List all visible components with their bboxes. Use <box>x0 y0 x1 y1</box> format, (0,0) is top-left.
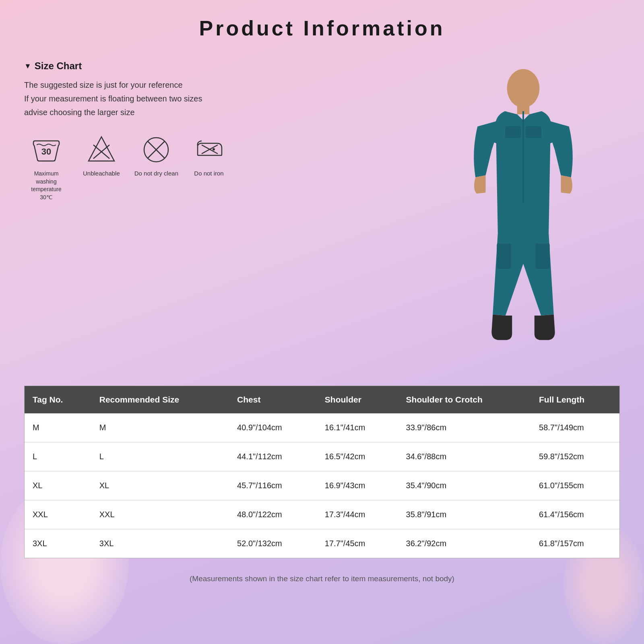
care-icons-row: 30 Maximum washingtemperature 30℃ <box>24 134 274 201</box>
svg-rect-13 <box>526 126 541 138</box>
dry-clean-icon <box>140 134 172 166</box>
care-item-wash: 30 Maximum washingtemperature 30℃ <box>24 134 68 201</box>
wash-icon-label: Maximum washingtemperature 30℃ <box>24 170 68 201</box>
bleach-icon <box>85 134 118 166</box>
table-cell-0-5: 58.7"/149cm <box>531 413 619 442</box>
dry-clean-icon-label: Do not dry clean <box>134 170 178 177</box>
col-header-chest: Chest <box>229 386 317 413</box>
size-info-panel: Size Chart The suggested size is just fo… <box>24 60 274 201</box>
table-row: 3XL3XL52.0"/132cm17.7"/45cm36.2"/92cm61.… <box>25 529 619 558</box>
care-item-dry-clean: Do not dry clean <box>134 134 178 177</box>
iron-icon <box>193 134 225 166</box>
table-cell-0-3: 16.1"/41cm <box>317 413 398 442</box>
svg-text:30: 30 <box>41 147 51 157</box>
top-section: Size Chart The suggested size is just fo… <box>24 60 620 365</box>
svg-marker-1 <box>89 137 114 161</box>
model-figure-svg <box>427 60 620 365</box>
size-chart-table: Tag No. Recommended Size Chest Shoulder … <box>25 386 619 558</box>
svg-rect-15 <box>497 244 511 269</box>
table-cell-2-5: 61.0"/155cm <box>531 471 619 500</box>
table-cell-4-3: 17.7"/45cm <box>317 529 398 558</box>
table-cell-2-4: 35.4"/90cm <box>398 471 531 500</box>
desc-line-1: The suggested size is just for your refe… <box>24 78 274 92</box>
col-header-shoulder-to-crotch: Shoulder to Crotch <box>398 386 531 413</box>
svg-point-10 <box>507 69 540 107</box>
table-cell-3-2: 48.0"/122cm <box>229 500 317 529</box>
table-cell-1-1: L <box>91 442 229 471</box>
col-header-tag-no: Tag No. <box>25 386 91 413</box>
table-row: XXLXXL48.0"/122cm17.3"/44cm35.8"/91cm61.… <box>25 500 619 529</box>
page-title: Product Information <box>24 16 620 40</box>
size-chart-heading: Size Chart <box>24 60 274 72</box>
table-cell-3-1: XXL <box>91 500 229 529</box>
svg-rect-12 <box>506 126 521 138</box>
model-image-area <box>427 60 620 365</box>
table-cell-1-5: 59.8"/152cm <box>531 442 619 471</box>
table-cell-0-1: M <box>91 413 229 442</box>
table-cell-3-5: 61.4"/156cm <box>531 500 619 529</box>
table-row: MM40.9"/104cm16.1"/41cm33.9"/86cm58.7"/1… <box>25 413 619 442</box>
col-header-full-length: Full Length <box>531 386 619 413</box>
care-item-iron: Do not iron <box>193 134 225 177</box>
table-cell-2-1: XL <box>91 471 229 500</box>
size-chart-table-container: Tag No. Recommended Size Chest Shoulder … <box>24 386 620 558</box>
table-cell-1-2: 44.1"/112cm <box>229 442 317 471</box>
page-container: Product Information Size Chart The sugge… <box>0 0 644 603</box>
table-row: LL44.1"/112cm16.5"/42cm34.6"/88cm59.8"/1… <box>25 442 619 471</box>
table-cell-3-4: 35.8"/91cm <box>398 500 531 529</box>
table-cell-4-5: 61.8"/157cm <box>531 529 619 558</box>
wash-icon: 30 <box>30 134 62 166</box>
table-cell-2-3: 16.9"/43cm <box>317 471 398 500</box>
col-header-recommended-size: Recommended Size <box>91 386 229 413</box>
care-item-bleach: Unbleachable <box>83 134 120 177</box>
table-cell-3-0: XXL <box>25 500 91 529</box>
table-cell-0-0: M <box>25 413 91 442</box>
table-cell-2-0: XL <box>25 471 91 500</box>
table-row: XLXL45.7"/116cm16.9"/43cm35.4"/90cm61.0"… <box>25 471 619 500</box>
size-chart-description: The suggested size is just for your refe… <box>24 78 274 119</box>
bleach-icon-label: Unbleachable <box>83 170 120 177</box>
table-cell-1-3: 16.5"/42cm <box>317 442 398 471</box>
table-cell-1-0: L <box>25 442 91 471</box>
table-cell-0-2: 40.9"/104cm <box>229 413 317 442</box>
desc-line-2: If your measurement is floating between … <box>24 92 274 105</box>
svg-point-7 <box>213 148 215 151</box>
table-cell-4-0: 3XL <box>25 529 91 558</box>
svg-rect-16 <box>535 244 549 269</box>
table-cell-4-2: 52.0"/132cm <box>229 529 317 558</box>
table-header-row: Tag No. Recommended Size Chest Shoulder … <box>25 386 619 413</box>
desc-line-3: advise choosing the larger size <box>24 105 274 119</box>
table-cell-1-4: 34.6"/88cm <box>398 442 531 471</box>
table-note: (Measurements shown in the size chart re… <box>24 570 620 587</box>
table-cell-0-4: 33.9"/86cm <box>398 413 531 442</box>
col-header-shoulder: Shoulder <box>317 386 398 413</box>
table-cell-2-2: 45.7"/116cm <box>229 471 317 500</box>
table-cell-3-3: 17.3"/44cm <box>317 500 398 529</box>
table-cell-4-4: 36.2"/92cm <box>398 529 531 558</box>
table-cell-4-1: 3XL <box>91 529 229 558</box>
iron-icon-label: Do not iron <box>194 170 223 177</box>
